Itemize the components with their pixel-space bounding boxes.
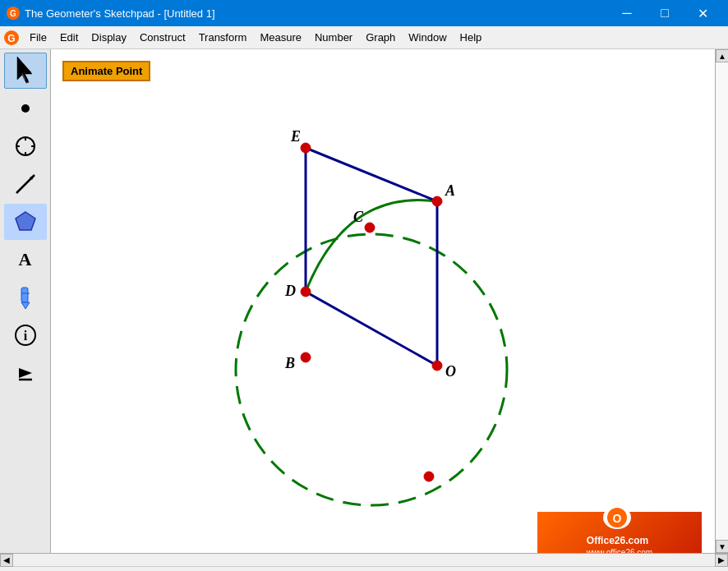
menu-bar: G File Edit Display Construct Transform … <box>0 26 728 49</box>
toolbar: A i <box>0 49 51 553</box>
point-O <box>432 361 442 371</box>
scroll-left-button[interactable]: ◀ <box>0 554 13 567</box>
quadrilateral-eaod <box>306 148 437 366</box>
dashed-circle <box>236 234 507 505</box>
bottom-scrollbar[interactable]: ◀ ▶ <box>0 553 728 566</box>
window-title: The Geometer's Sketchpad - [Untitled 1] <box>25 7 215 20</box>
app-icon: G <box>7 7 20 20</box>
sketch-svg: .dashed-circle { stroke-dasharray: 18, 1… <box>51 49 715 553</box>
menu-transform[interactable]: Transform <box>192 26 254 48</box>
point-bottom <box>424 472 434 481</box>
svg-marker-19 <box>19 368 32 378</box>
svg-marker-13 <box>16 212 35 230</box>
label-A: A <box>445 182 455 199</box>
menu-app-icon: G <box>3 30 20 46</box>
point-C <box>365 223 375 233</box>
watermark-logo: O <box>603 506 631 529</box>
scroll-track-right[interactable] <box>716 62 728 540</box>
main-container: A i Animate Point <box>0 49 728 553</box>
point-A <box>432 196 442 206</box>
menu-window[interactable]: Window <box>402 26 453 48</box>
svg-point-5 <box>21 104 30 113</box>
scroll-down-button[interactable]: ▼ <box>716 540 728 553</box>
window-controls: ─ □ ✕ <box>608 0 721 26</box>
marker-tool[interactable] <box>4 279 47 315</box>
right-scrollbar[interactable]: ▲ ▼ <box>715 49 728 553</box>
line-tool[interactable] <box>4 166 47 202</box>
menu-help[interactable]: Help <box>454 26 489 48</box>
svg-text:G: G <box>7 33 15 44</box>
point-B <box>301 352 311 362</box>
custom-tool[interactable] <box>4 355 47 391</box>
label-O: O <box>445 363 456 380</box>
menu-number[interactable]: Number <box>308 26 359 48</box>
select-tool[interactable] <box>4 53 47 89</box>
menu-display[interactable]: Display <box>85 26 133 48</box>
svg-rect-14 <box>21 288 28 302</box>
maximize-button[interactable]: □ <box>646 0 684 26</box>
arc-da <box>306 200 437 292</box>
compass-tool[interactable] <box>4 128 47 164</box>
label-D: D <box>284 283 296 299</box>
menu-file[interactable]: File <box>23 26 53 48</box>
point-tool[interactable] <box>4 90 47 127</box>
animate-point-button[interactable]: Animate Point <box>62 61 150 81</box>
minimize-button[interactable]: ─ <box>608 0 646 26</box>
svg-marker-15 <box>21 302 30 309</box>
label-B: B <box>284 355 295 371</box>
watermark-text: Office26.com www.office26.com <box>587 534 652 553</box>
menu-construct[interactable]: Construct <box>133 26 192 48</box>
scroll-right-button[interactable]: ▶ <box>715 554 728 567</box>
point-D <box>301 287 311 297</box>
menu-measure[interactable]: Measure <box>253 26 308 48</box>
canvas-area[interactable]: Animate Point .dashed-circle { stroke-da… <box>51 49 715 553</box>
status-bar: Click to begin scrolling the window <box>0 566 728 571</box>
text-tool[interactable]: A <box>4 242 47 278</box>
scroll-up-button[interactable]: ▲ <box>716 49 728 62</box>
close-button[interactable]: ✕ <box>684 0 721 26</box>
watermark: O Office26.com www.office26.com <box>537 512 702 553</box>
point-E <box>301 143 311 153</box>
label-E: E <box>290 128 301 145</box>
watermark-url: www.office26.com <box>587 547 652 553</box>
svg-text:i: i <box>23 329 27 343</box>
info-tool[interactable]: i <box>4 317 47 353</box>
watermark-site: Office26.com <box>587 534 652 548</box>
svg-text:O: O <box>613 512 622 525</box>
title-bar: G The Geometer's Sketchpad - [Untitled 1… <box>0 0 728 26</box>
menu-edit[interactable]: Edit <box>53 26 85 48</box>
polygon-tool[interactable] <box>4 204 47 240</box>
label-C: C <box>353 209 364 225</box>
menu-graph[interactable]: Graph <box>359 26 402 48</box>
